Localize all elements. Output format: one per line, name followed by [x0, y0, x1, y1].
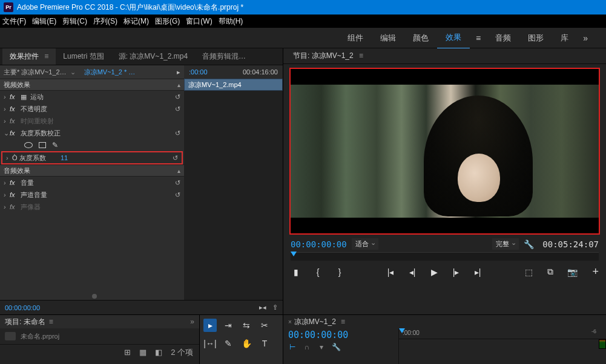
go-to-in-button[interactable]: |◂	[385, 267, 396, 277]
ripple-edit-tool-icon[interactable]: ⇆	[240, 319, 253, 332]
lift-button[interactable]: ⬚	[523, 267, 534, 277]
export-frame-button[interactable]: 📷	[567, 267, 578, 277]
mini-tl-start: :00:00	[189, 68, 208, 76]
workspace-menu-icon[interactable]: ≡	[470, 33, 487, 43]
program-timecode-current[interactable]: 00:00:00:00	[291, 239, 347, 249]
workspace-overflow-icon[interactable]: »	[577, 33, 594, 43]
workspace-tab-effects[interactable]: 效果	[437, 27, 470, 49]
tab-program[interactable]: 节目: 凉凉MV~1_2 ≡	[288, 48, 368, 63]
ruler-tick: :00:00	[403, 330, 420, 336]
effect-channel-volume[interactable]: ›fx 声道音量 ↺	[0, 189, 184, 201]
add-marker-button[interactable]: ▮	[291, 267, 301, 277]
tab-lumetri-scopes[interactable]: Lumetri 范围	[56, 48, 111, 65]
menu-graphics[interactable]: 图形(G)	[155, 16, 180, 27]
freeform-view-icon[interactable]: ◧	[155, 348, 162, 357]
program-video[interactable]	[289, 68, 600, 235]
pen-mask-icon[interactable]: ✎	[52, 141, 58, 149]
bin-icon[interactable]	[5, 332, 16, 340]
panel-overflow-icon[interactable]: »	[190, 317, 194, 326]
effect-controls-panel: 效果控件 ≡ Lumetri 范围 源: 凉凉MV~1_2.mp4 音频剪辑混……	[0, 48, 283, 314]
settings-icon[interactable]: 🔧	[332, 343, 340, 351]
panel-menu-icon[interactable]: ≡	[341, 317, 345, 326]
panel-menu-icon[interactable]: ≡	[357, 51, 363, 60]
reset-icon[interactable]: ↺	[175, 105, 180, 113]
workspace-tab-graphics[interactable]: 图形	[519, 28, 552, 48]
workspace-tab-editing[interactable]: 编辑	[372, 28, 404, 48]
reset-icon[interactable]: ↺	[175, 129, 180, 137]
effect-panner[interactable]: ›fx 声像器	[0, 201, 184, 213]
program-monitor: 节目: 凉凉MV~1_2 ≡ 00:00:00:00 适合 完整 🔧 00:05…	[283, 48, 606, 314]
sequence-tab[interactable]: 凉凉MV~1_2	[294, 317, 336, 327]
menu-edit[interactable]: 编辑(E)	[32, 16, 56, 27]
ec-mini-timeline[interactable]: :00:00 00:04:16:00 凉凉MV~1_2.mp4	[184, 65, 283, 300]
effect-opacity[interactable]: ›fx 不透明度 ↺	[0, 103, 184, 115]
icon-view-icon[interactable]: ▦	[139, 348, 147, 357]
step-forward-button[interactable]: |▸	[450, 267, 461, 277]
menu-window[interactable]: 窗口(W)	[186, 16, 212, 27]
loop-icon[interactable]: ▸◂	[259, 304, 266, 311]
button-editor-icon[interactable]: +	[592, 265, 599, 278]
panel-menu-icon[interactable]: ≡	[42, 52, 48, 60]
marker-icon[interactable]: ▾	[317, 343, 326, 351]
playhead-icon[interactable]	[291, 252, 297, 256]
scroll-thumb[interactable]	[92, 294, 97, 299]
tab-audio-clip-mixer[interactable]: 音频剪辑混…	[195, 48, 253, 65]
mark-in-button[interactable]: {	[312, 267, 323, 277]
snap-icon[interactable]: ⊢	[288, 343, 297, 351]
menu-file[interactable]: 文件(F)	[2, 16, 26, 27]
menu-marker[interactable]: 标记(M)	[124, 16, 149, 27]
pen-tool-icon[interactable]: ✎	[222, 337, 235, 350]
zoom-select[interactable]: 适合	[352, 238, 378, 250]
mini-clip-bar[interactable]: 凉凉MV~1_2.mp4	[184, 79, 283, 91]
linked-selection-icon[interactable]: ∩	[303, 343, 311, 351]
ec-timecode[interactable]: 00:00:00:00	[5, 304, 40, 311]
collapse-icon[interactable]: ▴	[177, 167, 180, 174]
ec-clip-link[interactable]: 凉凉MV~1_2 * …	[84, 68, 136, 77]
play-icon[interactable]: ▸	[177, 68, 180, 76]
settings-icon[interactable]: 🔧	[524, 239, 534, 249]
export-icon[interactable]: ⇪	[272, 304, 278, 311]
quality-select[interactable]: 完整	[492, 238, 519, 250]
track-select-tool-icon[interactable]: ⇥	[222, 319, 235, 332]
collapse-icon[interactable]: ▴	[177, 82, 180, 88]
menu-clip[interactable]: 剪辑(C)	[62, 16, 87, 27]
program-scrubber[interactable]	[291, 252, 599, 261]
mark-out-button[interactable]: }	[334, 267, 345, 277]
extract-button[interactable]: ⧉	[545, 267, 556, 277]
gamma-value[interactable]: 11	[61, 154, 68, 161]
rect-mask-icon[interactable]	[39, 142, 46, 148]
timeline-track[interactable]: -6	[399, 339, 606, 349]
workspace-tab-audio[interactable]: 音频	[487, 28, 519, 48]
timeline-ruler[interactable]: :00:00	[399, 328, 606, 339]
reset-icon[interactable]: ↺	[175, 179, 180, 187]
effect-motion[interactable]: ›fx ▦ 运动 ↺	[0, 91, 184, 103]
go-to-out-button[interactable]: ▸|	[472, 267, 483, 277]
workspace-tab-library[interactable]: 库	[552, 28, 577, 48]
workspace-tab-color[interactable]: 颜色	[404, 28, 437, 48]
menu-help[interactable]: 帮助(H)	[219, 16, 243, 27]
step-back-button[interactable]: ◂|	[407, 267, 418, 277]
razor-tool-icon[interactable]: ✂	[258, 319, 271, 332]
effect-gamma-correction[interactable]: ⌄fx 灰度系数校正 ↺	[0, 127, 184, 139]
workspace-tab-assembly[interactable]: 组件	[339, 28, 372, 48]
close-sequence-icon[interactable]: ×	[288, 319, 292, 325]
slip-tool-icon[interactable]: |↔|	[203, 337, 217, 350]
selection-tool-icon[interactable]: ▸	[203, 319, 217, 332]
project-title[interactable]: 项目: 未命名	[5, 317, 45, 327]
param-gamma[interactable]: › Ò 灰度系数 11 ↺	[1, 151, 183, 164]
list-view-icon[interactable]: ⊞	[124, 348, 131, 357]
window-title: Adobe Premiere Pro CC 2018 - C:\用户\likai…	[17, 2, 243, 13]
timeline-timecode[interactable]: 00:00:00:00	[288, 330, 394, 340]
hand-tool-icon[interactable]: ✋	[240, 337, 253, 350]
effect-volume[interactable]: ›fx 音量 ↺	[0, 177, 184, 189]
play-button[interactable]: ▶	[429, 267, 440, 277]
effect-time-remap[interactable]: ›fx 时间重映射	[0, 115, 184, 127]
tab-effect-controls[interactable]: 效果控件 ≡	[2, 48, 56, 65]
type-tool-icon[interactable]: T	[258, 337, 271, 350]
reset-icon[interactable]: ↺	[173, 154, 178, 162]
menu-sequence[interactable]: 序列(S)	[93, 16, 117, 27]
reset-icon[interactable]: ↺	[175, 93, 180, 101]
ellipse-mask-icon[interactable]	[24, 142, 33, 148]
tab-source-monitor[interactable]: 源: 凉凉MV~1_2.mp4	[111, 48, 195, 65]
reset-icon[interactable]: ↺	[175, 191, 180, 199]
